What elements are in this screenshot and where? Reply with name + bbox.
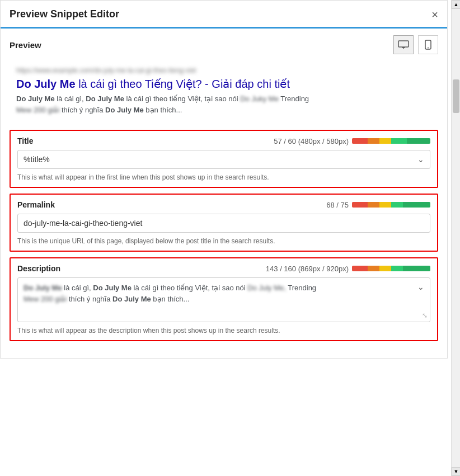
title-field-hint: This is what will appear in the first li…	[17, 173, 430, 181]
desc-content-1: là cái gì,	[64, 284, 93, 292]
desc-bold1: Do July Me	[16, 95, 55, 103]
description-field-header: Description 143 / 160 (869px / 920px)	[17, 264, 430, 273]
desc-content-2: là cái gì theo tiếng Việt, tại sao nói	[134, 284, 248, 292]
desc-blurred2: Mew 200 giải	[16, 106, 59, 114]
description-field-label: Description	[17, 264, 60, 273]
panel-title: Preview Snippet Editor	[10, 8, 119, 20]
progress-seg-1	[352, 138, 368, 144]
description-text: Do July Me là cái gì, Do July Me là cái …	[24, 282, 417, 304]
permalink-field-count: 68 / 75	[326, 201, 430, 209]
preview-title[interactable]: Do July Me là cái gì theo Tiếng Việt? - …	[16, 77, 431, 91]
resize-handle-icon: ⤡	[422, 312, 428, 319]
preview-label: Preview	[10, 40, 41, 50]
title-input[interactable]: ⌄	[17, 150, 430, 169]
progress-seg-4	[391, 202, 403, 208]
title-field-label: Title	[17, 136, 34, 145]
description-field-block: Description 143 / 160 (869px / 920px) D	[10, 257, 438, 341]
desc-rest1: là cái gì,	[57, 95, 86, 103]
desc-rest3: Trending	[280, 95, 309, 103]
title-bold-part: Do July Me	[16, 78, 76, 90]
preview-box: https://www.example.com/do-july-me-la-ca…	[10, 61, 438, 121]
title-progress-bar	[352, 138, 430, 144]
progress-seg-2	[368, 202, 379, 208]
permalink-field-header: Permalink 68 / 75	[17, 200, 430, 209]
description-progress-bar	[352, 266, 430, 271]
scroll-down-button[interactable]: ▼	[452, 467, 460, 476]
desc-blurred1: Do Juky Me	[240, 95, 279, 103]
permalink-field-label: Permalink	[17, 200, 55, 209]
desc-content-3: Trending	[288, 284, 316, 292]
progress-seg-3	[379, 138, 391, 144]
progress-seg-2	[368, 138, 379, 144]
permalink-input-field[interactable]	[17, 214, 430, 233]
preview-description: Do July Me là cái gì, Do July Me là cái …	[16, 93, 431, 115]
desc-content-5: bạn thích...	[153, 295, 189, 303]
desc-bold2: Do July Me	[93, 284, 132, 292]
progress-seg-2	[368, 266, 379, 271]
panel-header: Preview Snippet Editor ×	[1, 1, 447, 29]
desc-rest2: là cái gì theo tiếng Việt, tại sao nói	[126, 95, 241, 103]
progress-seg-4	[391, 266, 403, 271]
permalink-progress-bar	[352, 202, 430, 208]
title-input-field[interactable]	[24, 155, 417, 164]
progress-seg-1	[352, 266, 368, 271]
description-field-count: 143 / 160 (869px / 920px)	[266, 265, 430, 273]
scrollbar-track: ▲ ▼	[451, 0, 460, 476]
desc-rest5: bạn thích...	[145, 106, 182, 114]
progress-seg-3	[379, 202, 391, 208]
progress-seg-3	[379, 266, 391, 271]
desc-blurred-part: Do July Me,	[247, 284, 286, 292]
scroll-up-button[interactable]: ▲	[452, 0, 460, 9]
title-field-count: 57 / 60 (480px / 580px)	[274, 137, 430, 145]
progress-seg-4	[391, 138, 407, 144]
svg-rect-0	[398, 41, 409, 47]
desc-bold2: Do July Me	[86, 95, 124, 103]
description-content: Do July Me là cái gì, Do July Me là cái …	[24, 282, 424, 304]
progress-seg-1	[352, 202, 368, 208]
desc-content-4: thích ý nghĩa	[69, 295, 112, 303]
desc-bold1: Do July Me	[24, 284, 62, 292]
desc-blurred-part2: Mew 200 giải	[24, 295, 67, 303]
title-field-block: Title 57 / 60 (480px / 580px) ⌄ This is …	[10, 130, 438, 188]
progress-seg-5	[403, 202, 430, 208]
progress-seg-5	[407, 138, 430, 144]
title-field-header: Title 57 / 60 (480px / 580px)	[17, 136, 430, 145]
title-dropdown-arrow[interactable]: ⌄	[417, 155, 424, 164]
permalink-field-hint: This is the unique URL of this page, dis…	[17, 237, 430, 245]
permalink-field-block: Permalink 68 / 75 This is the unique URL…	[10, 194, 438, 252]
description-field-hint: This is what will appear as the descript…	[17, 327, 430, 334]
desc-bold3: Do July Me	[105, 106, 144, 114]
desc-bold3: Do July Me	[112, 295, 151, 303]
svg-point-4	[428, 48, 429, 49]
description-textarea-wrapper[interactable]: Do July Me là cái gì, Do July Me là cái …	[17, 277, 430, 322]
desktop-view-button[interactable]	[393, 35, 414, 54]
progress-seg-5	[403, 266, 430, 271]
scrollbar-thumb[interactable]	[453, 79, 459, 113]
close-button[interactable]: ×	[431, 9, 438, 20]
mobile-view-button[interactable]	[418, 35, 438, 54]
title-rest: là cái gì theo Tiếng Việt? - Giải đáp ch…	[76, 78, 290, 90]
desc-rest4: thích ý nghĩa	[62, 106, 105, 114]
description-dropdown-arrow[interactable]: ⌄	[417, 282, 424, 291]
view-toolbar	[391, 35, 438, 54]
preview-url: https://www.example.com/do-july-me-la-ca…	[16, 67, 431, 74]
